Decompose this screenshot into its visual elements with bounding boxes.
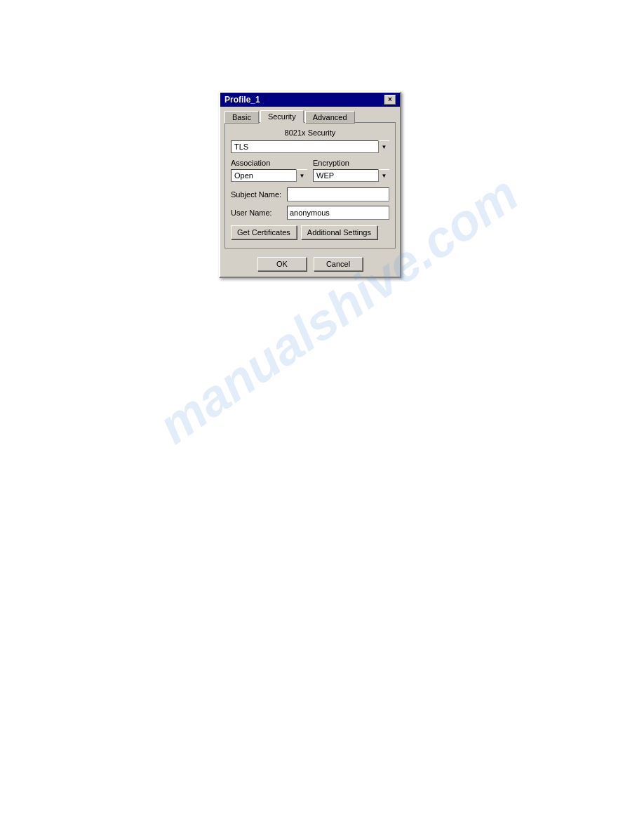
assoc-enc-labels: Association Encryption: [231, 159, 389, 167]
encryption-label: Encryption: [313, 159, 389, 167]
subject-name-input[interactable]: [287, 187, 389, 201]
tab-basic[interactable]: Basic: [224, 111, 259, 124]
cancel-button[interactable]: Cancel: [314, 257, 363, 271]
section-label: 8021x Security: [231, 128, 389, 137]
additional-settings-button[interactable]: Additional Settings: [301, 225, 377, 239]
encryption-dropdown[interactable]: WEP TKIP AES None: [313, 169, 389, 182]
dialog-footer: OK Cancel: [220, 253, 400, 277]
user-name-input[interactable]: [287, 206, 389, 220]
tab-advanced[interactable]: Advanced: [305, 111, 355, 124]
user-name-label: User Name:: [231, 208, 287, 217]
get-certificates-button[interactable]: Get Certificates: [231, 225, 297, 239]
subject-name-label: Subject Name:: [231, 190, 287, 199]
assoc-enc-dropdowns: Open Shared WPA WPA-PSK ▼ WEP TKIP AES N…: [231, 169, 389, 182]
tab-security[interactable]: Security: [260, 110, 304, 123]
dialog-body: 8021x Security TLS PEAP EAP-FAST LEAP ▼ …: [224, 122, 396, 249]
title-bar: Profile_1 ×: [220, 93, 400, 107]
close-button[interactable]: ×: [384, 95, 396, 105]
ok-button[interactable]: OK: [257, 257, 307, 271]
association-dropdown-wrapper: Open Shared WPA WPA-PSK ▼: [231, 169, 307, 182]
subject-name-row: Subject Name:: [231, 187, 389, 201]
association-label: Association: [231, 159, 307, 167]
tabs-row: Basic Security Advanced: [220, 107, 400, 122]
encryption-dropdown-wrapper: WEP TKIP AES None ▼: [313, 169, 389, 182]
association-dropdown[interactable]: Open Shared WPA WPA-PSK: [231, 169, 307, 182]
user-name-row: User Name:: [231, 206, 389, 220]
dialog-window: Profile_1 × Basic Security Advanced 8021…: [219, 91, 401, 278]
security-dropdown-wrapper: TLS PEAP EAP-FAST LEAP ▼: [231, 140, 389, 153]
action-buttons-row: Get Certificates Additional Settings: [231, 225, 389, 239]
dialog-title: Profile_1: [224, 95, 260, 105]
security-dropdown[interactable]: TLS PEAP EAP-FAST LEAP: [231, 140, 389, 153]
